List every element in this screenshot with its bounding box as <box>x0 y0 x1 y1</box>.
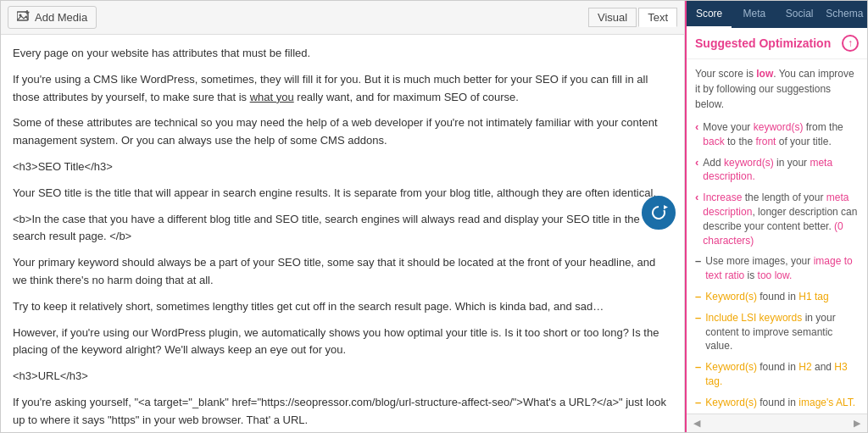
suggestion-4: – Use more images, your image to text ra… <box>695 254 859 283</box>
suggestion-3: ‹ Increase the length of your meta descr… <box>695 191 859 247</box>
paragraph-1: Every page on your website has attribute… <box>13 45 672 63</box>
paragraph-2: If you're using a CMS like WordPress, so… <box>13 71 672 107</box>
paragraph-3: Some of these attributes are technical s… <box>13 114 672 150</box>
tab-meta[interactable]: Meta <box>732 1 776 28</box>
paragraph-9: However, if you're using our WordPress p… <box>13 325 672 360</box>
paragraph-7: Your primary keyword should always be a … <box>13 254 672 290</box>
suggestion-text-8: Keyword(s) found in image's ALT. <box>705 396 859 410</box>
tab-score[interactable]: Score <box>687 1 732 28</box>
suggestion-5: – Keyword(s) found in H1 tag <box>695 290 859 304</box>
bullet-7: – <box>695 360 701 375</box>
text-button[interactable]: Text <box>638 8 677 27</box>
suggestion-text-2: Add keyword(s) in your meta description. <box>703 156 859 185</box>
suggestion-1: ‹ Move your keyword(s) from the back to … <box>695 120 859 149</box>
score-word: low <box>756 68 773 80</box>
suggestion-text-1: Move your keyword(s) from the back to th… <box>703 120 859 149</box>
add-media-icon <box>17 10 31 25</box>
panel-collapse-button[interactable]: ↑ <box>842 35 859 52</box>
add-media-label: Add Media <box>35 11 87 24</box>
view-toggle: Visual Text <box>588 8 677 27</box>
suggestion-8: – Keyword(s) found in image's ALT. <box>695 396 859 410</box>
scroll-right-arrow[interactable]: ▶ <box>854 418 860 429</box>
suggestion-text-6: Include LSI keywords in your content to … <box>705 311 859 353</box>
bullet-1: ‹ <box>695 120 698 135</box>
visual-button[interactable]: Visual <box>588 8 637 27</box>
right-panel: Score Meta Social Schema Suggested Optim… <box>685 1 867 432</box>
suggestion-6: – Include LSI keywords in your content t… <box>695 311 859 353</box>
paragraph-5: Your SEO title is the title that will ap… <box>13 185 672 203</box>
paragraph-6: <b>In the case that you have a different… <box>13 211 672 247</box>
bullet-5: – <box>695 290 701 304</box>
paragraph-10: <h3>URL</h3> <box>13 368 672 386</box>
paragraph-4: <h3>SEO Title</h3> <box>13 158 672 176</box>
bullet-8: – <box>695 396 701 410</box>
svg-marker-4 <box>664 205 668 209</box>
suggestion-7: – Keyword(s) found in H2 and H3 tag. <box>695 360 859 389</box>
suggestion-text-5: Keyword(s) found in H1 tag <box>705 290 859 304</box>
refresh-button[interactable] <box>642 196 676 230</box>
tabs-bar: Score Meta Social Schema <box>687 1 867 28</box>
scroll-left-arrow[interactable]: ◀ <box>693 418 700 429</box>
score-intro: Your score is low. You can improve it by… <box>695 66 859 112</box>
bullet-4: – <box>695 254 701 269</box>
tab-schema[interactable]: Schema <box>822 1 867 28</box>
add-media-button[interactable]: Add Media <box>8 6 97 29</box>
panel-title: Suggested Optimization <box>695 36 831 50</box>
score-prefix: Your score is <box>695 68 756 80</box>
suggestion-2: ‹ Add keyword(s) in your meta descriptio… <box>695 156 859 185</box>
suggestion-text-7: Keyword(s) found in H2 and H3 tag. <box>705 360 859 389</box>
bullet-3: ‹ <box>695 191 698 205</box>
paragraph-11: If you're asking yourself, "<a target="_… <box>13 394 672 430</box>
scroll-bar-hint: ◀ ▶ <box>687 414 867 432</box>
suggestion-text-4: Use more images, your image to text rati… <box>705 254 859 283</box>
panel-header: Suggested Optimization ↑ <box>687 28 867 59</box>
bullet-2: ‹ <box>695 156 698 170</box>
tab-social[interactable]: Social <box>777 1 822 28</box>
paragraph-8: Try to keep it relatively short, sometim… <box>13 298 672 316</box>
editor-toolbar: Add Media Visual Text <box>1 1 684 35</box>
editor-area: Add Media Visual Text Every page on your… <box>1 1 685 432</box>
bullet-6: – <box>695 311 701 325</box>
panel-body[interactable]: Your score is low. You can improve it by… <box>687 59 867 414</box>
editor-content[interactable]: Every page on your website has attribute… <box>1 35 684 432</box>
suggestion-text-3: Increase the length of your meta descrip… <box>703 191 859 247</box>
